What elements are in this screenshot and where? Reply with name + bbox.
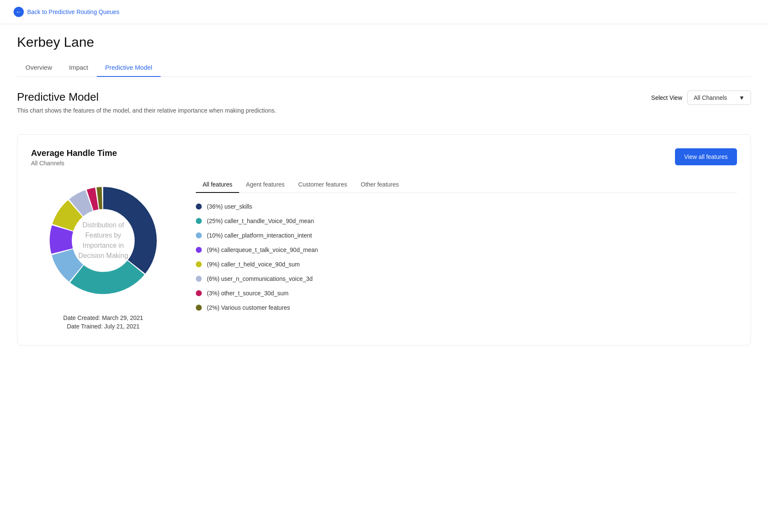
list-item: (3%) other_t_source_30d_sum (196, 290, 737, 297)
page: ← Back to Predictive Routing Queues Kerb… (0, 0, 768, 532)
list-item: (9%) caller_t_held_voice_90d_sum (196, 261, 737, 268)
donut-svg (40, 177, 167, 304)
list-item: (9%) callerqueue_t_talk_voice_90d_mean (196, 246, 737, 253)
legend-label: (2%) Various customer features (207, 304, 290, 311)
legend-label: (9%) callerqueue_t_talk_voice_90d_mean (207, 246, 318, 253)
feature-tabs-bar: All features Agent features Customer fea… (196, 177, 737, 193)
legend-label: (3%) other_t_source_30d_sum (207, 290, 288, 297)
card-body: Distribution of Features by Importance i… (31, 177, 737, 331)
legend-label: (36%) user_skills (207, 203, 252, 210)
list-item: (10%) caller_platform_interaction_intent (196, 232, 737, 239)
legend-label: (6%) user_n_communications_voice_3d (207, 275, 313, 282)
view-all-features-button[interactable]: View all features (675, 148, 737, 165)
select-view-label: Select View (651, 94, 682, 101)
legend-dot (196, 218, 202, 224)
chevron-down-icon: ▼ (739, 94, 745, 101)
donut-section: Distribution of Features by Importance i… (31, 177, 175, 331)
list-item: (6%) user_n_communications_voice_3d (196, 275, 737, 282)
card-title: Average Handle Time (31, 148, 117, 158)
feature-tab-all[interactable]: All features (196, 177, 239, 193)
back-button[interactable]: ← Back to Predictive Routing Queues (14, 7, 119, 17)
card-subtitle: All Channels (31, 160, 117, 167)
list-item: (36%) user_skills (196, 203, 737, 210)
feature-tab-other[interactable]: Other features (354, 177, 406, 193)
legend-dot (196, 232, 202, 238)
list-item: (2%) Various customer features (196, 304, 737, 311)
back-label: Back to Predictive Routing Queues (27, 8, 119, 15)
date-trained: Date Trained: July 21, 2021 (63, 323, 143, 330)
top-nav: ← Back to Predictive Routing Queues (0, 0, 768, 24)
section-description: This chart shows the features of the mod… (17, 107, 276, 114)
legend-label: (9%) caller_t_held_voice_90d_sum (207, 261, 300, 268)
legend-dot (196, 290, 202, 296)
legend-dot (196, 276, 202, 282)
card-title-block: Average Handle Time All Channels (31, 148, 117, 167)
select-view-row: Select View All Channels ▼ (651, 91, 751, 105)
dates-section: Date Created: March 29, 2021 Date Traine… (63, 314, 143, 331)
card-header: Average Handle Time All Channels View al… (31, 148, 737, 167)
feature-tab-customer[interactable]: Customer features (291, 177, 354, 193)
select-view-dropdown[interactable]: All Channels ▼ (687, 91, 751, 105)
page-content: Kerbey Lane Overview Impact Predictive M… (0, 24, 768, 356)
main-card: Average Handle Time All Channels View al… (17, 134, 751, 345)
legend-section: All features Agent features Customer fea… (196, 177, 737, 331)
legend-dot (196, 261, 202, 267)
donut-chart: Distribution of Features by Importance i… (40, 177, 167, 304)
section-text: Predictive Model This chart shows the fe… (17, 91, 276, 124)
section-title: Predictive Model (17, 91, 276, 104)
legend-dot (196, 204, 202, 209)
page-title: Kerbey Lane (17, 34, 751, 50)
legend-dot (196, 247, 202, 253)
legend-label: (25%) caller_t_handle_Voice_90d_mean (207, 218, 314, 224)
section-header-row: Predictive Model This chart shows the fe… (17, 91, 751, 124)
date-created: Date Created: March 29, 2021 (63, 314, 143, 321)
select-view-value: All Channels (694, 94, 727, 101)
back-icon: ← (14, 7, 24, 17)
feature-tab-agent[interactable]: Agent features (239, 177, 291, 193)
list-item: (25%) caller_t_handle_Voice_90d_mean (196, 218, 737, 224)
svg-point-8 (73, 210, 134, 271)
legend-list: (36%) user_skills(25%) caller_t_handle_V… (196, 203, 737, 311)
tabs-bar: Overview Impact Predictive Model (17, 59, 751, 77)
tab-impact[interactable]: Impact (61, 59, 97, 77)
tab-overview[interactable]: Overview (17, 59, 61, 77)
legend-dot (196, 305, 202, 311)
legend-label: (10%) caller_platform_interaction_intent (207, 232, 312, 239)
tab-predictive-model[interactable]: Predictive Model (97, 59, 161, 77)
